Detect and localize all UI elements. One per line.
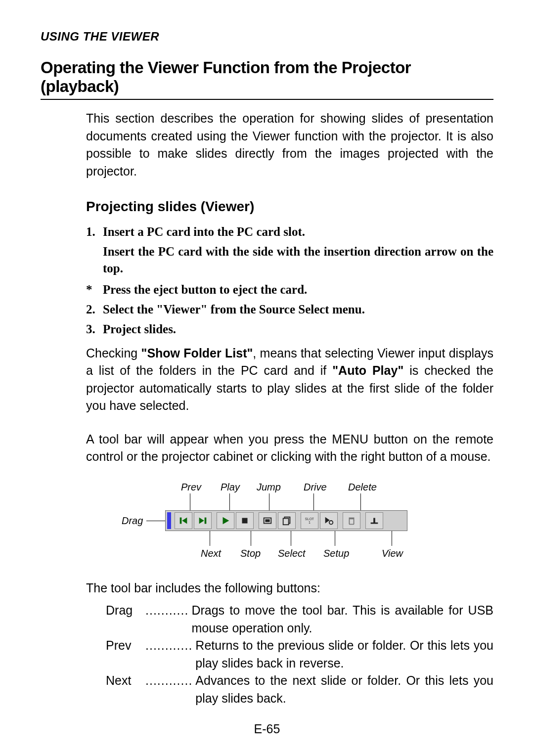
label-play: Play (221, 482, 240, 493)
leader-line (190, 493, 190, 510)
svg-point-11 (329, 521, 333, 524)
svg-rect-15 (371, 522, 378, 524)
label-drive: Drive (304, 482, 327, 493)
content-area: This section describes the operation for… (86, 110, 493, 707)
step-2: 2. Select the "Viewer" from the Source S… (86, 301, 493, 318)
leader-line (392, 531, 392, 546)
svg-rect-0 (180, 517, 182, 524)
step-bullet: * (86, 281, 103, 298)
intro-paragraph: This section describes the operation for… (86, 110, 493, 180)
def-desc: Returns to the previous slide or folder.… (195, 637, 493, 672)
step-number: 1. (86, 223, 103, 240)
svg-rect-9 (283, 518, 289, 525)
leader-line (146, 521, 166, 521)
setup-button[interactable] (320, 512, 338, 529)
step-text: Select the "Viewer" from the Source Sele… (103, 301, 493, 318)
svg-marker-1 (182, 517, 187, 524)
def-desc: Advances to the next slide or folder. Or… (195, 672, 493, 707)
stop-icon (239, 515, 250, 526)
label-delete: Delete (348, 482, 377, 493)
label-view: View (382, 548, 403, 559)
paragraph-toolbar: A tool bar will appear when you press th… (86, 431, 493, 466)
svg-marker-4 (223, 517, 229, 524)
text-run: Checking (86, 346, 141, 360)
view-icon (369, 515, 380, 526)
select-button[interactable] (278, 512, 296, 529)
stop-button[interactable] (236, 512, 254, 529)
svg-marker-3 (199, 517, 204, 524)
def-desc: Drags to move the tool bar. This is avai… (191, 602, 493, 637)
drive-button[interactable]: SLOT 1 (301, 512, 318, 529)
leader-line (291, 531, 291, 546)
delete-button[interactable] (343, 512, 360, 529)
jump-icon (262, 515, 273, 526)
bold-run: "Auto Play" (332, 363, 403, 377)
paragraph-toolbar-intro: The tool bar includes the following butt… (86, 579, 493, 597)
section-header: USING THE VIEWER (41, 30, 493, 44)
leader-line (229, 493, 230, 510)
play-icon (220, 515, 231, 526)
svg-rect-12 (349, 519, 354, 524)
def-dots: ............ (145, 672, 192, 707)
leader-line (335, 531, 335, 546)
toolbar-figure: Prev Play Jump Drive Delete Drag (106, 482, 452, 566)
step-number: 3. (86, 321, 103, 338)
label-select: Select (278, 548, 306, 559)
step-text: Insert a PC card into the PC card slot. (103, 223, 493, 240)
play-button[interactable] (217, 512, 234, 529)
jump-button[interactable] (259, 512, 276, 529)
svg-rect-7 (265, 519, 269, 522)
prev-button[interactable] (175, 512, 192, 529)
trash-icon (346, 515, 357, 526)
next-button[interactable] (194, 512, 212, 529)
label-prev: Prev (181, 482, 201, 493)
def-dots: ........... (145, 602, 188, 637)
label-jump: Jump (257, 482, 281, 493)
view-button[interactable] (365, 512, 383, 529)
setup-icon (323, 515, 334, 526)
svg-rect-2 (205, 517, 207, 524)
page-number: E-65 (0, 722, 534, 736)
prev-icon (178, 515, 189, 526)
step-3: 3. Project slides. (86, 321, 493, 338)
definition-list: Drag ........... Drags to move the tool … (106, 602, 493, 707)
label-next: Next (201, 548, 221, 559)
def-term: Prev (106, 637, 145, 672)
step-star: * Press the eject button to eject the ca… (86, 281, 493, 298)
def-drag: Drag ........... Drags to move the tool … (106, 602, 493, 637)
step-list: 1. Insert a PC card into the PC card slo… (86, 223, 493, 338)
svg-rect-5 (242, 518, 248, 523)
leader-line (251, 531, 251, 546)
drag-handle[interactable] (167, 512, 171, 529)
select-icon (281, 515, 292, 526)
svg-rect-13 (349, 517, 355, 519)
step-1: 1. Insert a PC card into the PC card slo… (86, 223, 493, 240)
paragraph-folder-list: Checking "Show Folder List", means that … (86, 345, 493, 415)
title-block: Operating the Viewer Function from the P… (41, 58, 493, 100)
bold-run: "Show Folder List" (141, 346, 253, 360)
toolbar: SLOT 1 (165, 510, 407, 531)
def-term: Drag (106, 602, 145, 637)
def-next: Next ............ Advances to the next s… (106, 672, 493, 707)
page: USING THE VIEWER Operating the Viewer Fu… (0, 0, 534, 756)
label-stop: Stop (240, 548, 261, 559)
step-number: 2. (86, 301, 103, 318)
step-text: Project slides. (103, 321, 493, 338)
title-rule (41, 99, 493, 100)
def-prev: Prev ............ Returns to the previou… (106, 637, 493, 672)
next-icon (197, 515, 208, 526)
def-term: Next (106, 672, 145, 707)
label-drag: Drag (122, 515, 143, 527)
leader-line (360, 493, 361, 510)
subheading: Projecting slides (Viewer) (86, 199, 493, 215)
leader-line (210, 531, 210, 546)
def-dots: ............ (145, 637, 192, 672)
slot-label: SLOT 1 (305, 517, 314, 524)
step-text: Press the eject button to eject the card… (103, 281, 493, 298)
leader-line (269, 493, 269, 510)
label-setup: Setup (323, 548, 349, 559)
step-1-sub: Insert the PC card with the side with th… (103, 243, 493, 277)
page-title: Operating the Viewer Function from the P… (41, 58, 493, 96)
leader-line (313, 493, 314, 510)
